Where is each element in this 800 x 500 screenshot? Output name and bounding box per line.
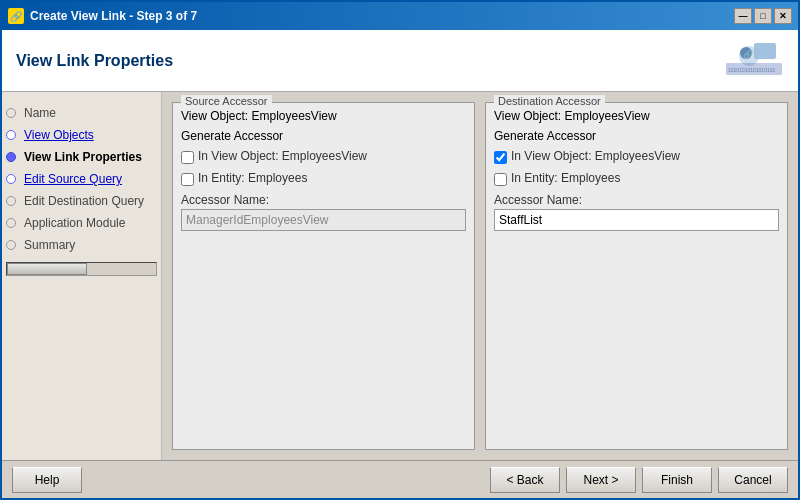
sidebar-label-name: Name: [24, 106, 56, 120]
source-view-object: View Object: EmployeesView: [181, 109, 466, 123]
destination-accessor-panel: Destination Accessor View Object: Employ…: [485, 102, 788, 450]
dest-checkbox2[interactable]: [494, 173, 507, 186]
finish-button[interactable]: Finish: [642, 467, 712, 493]
source-accessor-name-input: [181, 209, 466, 231]
sidebar-item-summary: Summary: [2, 234, 161, 256]
dest-view-object-label: View Object: EmployeesView: [494, 109, 650, 123]
bullet-app-module: [6, 218, 16, 228]
source-accessor-panel: Source Accessor View Object: EmployeesVi…: [172, 102, 475, 450]
dest-checkbox1-row: In View Object: EmployeesView: [494, 149, 779, 165]
scrollbar-thumb: [7, 263, 87, 275]
source-checkbox2-label: In Entity: Employees: [198, 171, 307, 185]
source-generate-label: Generate Accessor: [181, 129, 283, 143]
main-panel: Source Accessor View Object: EmployeesVi…: [162, 92, 798, 460]
back-button[interactable]: < Back: [490, 467, 560, 493]
window-icon: 🔗: [8, 8, 24, 24]
minimize-button[interactable]: —: [734, 8, 752, 24]
cancel-button[interactable]: Cancel: [718, 467, 788, 493]
bottom-bar: Help < Back Next > Finish Cancel: [2, 460, 798, 498]
bullet-view-objects: [6, 130, 16, 140]
content-area: Name View Objects View Link Properties E…: [2, 92, 798, 460]
close-button[interactable]: ✕: [774, 8, 792, 24]
sidebar-item-view-link-properties: View Link Properties: [2, 146, 161, 168]
next-button[interactable]: Next >: [566, 467, 636, 493]
sidebar-label-edit-source-query: Edit Source Query: [24, 172, 122, 186]
source-checkbox1-row: In View Object: EmployeesView: [181, 149, 466, 165]
sidebar-item-application-module: Application Module: [2, 212, 161, 234]
dest-checkbox2-row: In Entity: Employees: [494, 171, 779, 187]
dest-accessor-name-label: Accessor Name:: [494, 193, 779, 207]
sidebar-scrollbar[interactable]: [6, 262, 157, 276]
window-controls: — □ ✕: [734, 8, 792, 24]
source-view-object-label: View Object: EmployeesView: [181, 109, 337, 123]
sidebar-label-edit-destination-query: Edit Destination Query: [24, 194, 144, 208]
dest-generate-accessor-label: Generate Accessor: [494, 129, 779, 143]
header-illustration: 🔗 10101010101010101: [724, 38, 784, 83]
page-title: View Link Properties: [16, 52, 173, 70]
source-accessor-name-label: Accessor Name:: [181, 193, 466, 207]
dest-checkbox2-label: In Entity: Employees: [511, 171, 620, 185]
bullet-edit-dest: [6, 196, 16, 206]
page-header: View Link Properties 🔗 10101010101010101: [2, 30, 798, 92]
sidebar-item-view-objects[interactable]: View Objects: [2, 124, 161, 146]
dest-generate-label: Generate Accessor: [494, 129, 596, 143]
window-title: Create View Link - Step 3 of 7: [30, 9, 734, 23]
svg-text:🔗: 🔗: [743, 49, 753, 59]
dest-checkbox1[interactable]: [494, 151, 507, 164]
source-accessor-name-row: Accessor Name:: [181, 193, 466, 231]
sidebar-label-application-module: Application Module: [24, 216, 125, 230]
svg-text:10101010101010101: 10101010101010101: [728, 67, 775, 73]
dest-accessor-name-input[interactable]: [494, 209, 779, 231]
sidebar-item-edit-destination-query: Edit Destination Query: [2, 190, 161, 212]
sidebar-item-edit-source-query[interactable]: Edit Source Query: [2, 168, 161, 190]
title-bar: 🔗 Create View Link - Step 3 of 7 — □ ✕: [2, 2, 798, 30]
source-checkbox2[interactable]: [181, 173, 194, 186]
bullet-summary: [6, 240, 16, 250]
sidebar-label-view-objects: View Objects: [24, 128, 94, 142]
source-generate-accessor-label: Generate Accessor: [181, 129, 466, 143]
bullet-edit-source: [6, 174, 16, 184]
sidebar-label-view-link-properties: View Link Properties: [24, 150, 142, 164]
source-checkbox2-row: In Entity: Employees: [181, 171, 466, 187]
source-checkbox1-label: In View Object: EmployeesView: [198, 149, 367, 163]
main-window: 🔗 Create View Link - Step 3 of 7 — □ ✕ V…: [0, 0, 800, 500]
sidebar: Name View Objects View Link Properties E…: [2, 92, 162, 460]
maximize-button[interactable]: □: [754, 8, 772, 24]
source-checkbox1[interactable]: [181, 151, 194, 164]
bullet-view-link-props: [6, 152, 16, 162]
sidebar-item-name: Name: [2, 102, 161, 124]
dest-view-object: View Object: EmployeesView: [494, 109, 779, 123]
destination-accessor-title: Destination Accessor: [494, 95, 605, 107]
bullet-name: [6, 108, 16, 118]
sidebar-label-summary: Summary: [24, 238, 75, 252]
dest-checkbox1-label: In View Object: EmployeesView: [511, 149, 680, 163]
source-accessor-title: Source Accessor: [181, 95, 272, 107]
dest-accessor-name-row: Accessor Name:: [494, 193, 779, 231]
help-button[interactable]: Help: [12, 467, 82, 493]
